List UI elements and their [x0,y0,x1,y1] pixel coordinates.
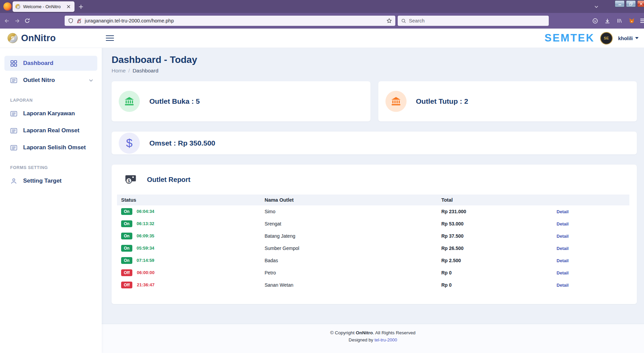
outlet-buka-label: Outlet Buka : 5 [149,97,200,105]
pocket-icon[interactable] [591,17,599,24]
outlet-name: Sumber Gempol [261,242,437,254]
dollar-icon: $ [119,133,140,154]
table-row: On 05:59:34 Sumber Gempol Rp 26.500 Deta… [117,242,629,254]
window-minimize-button[interactable] [615,0,625,7]
column-status: Status [117,195,261,205]
outlet-total: Rp 53.000 [437,218,552,230]
sidebar-item-laporan-selisih-omset[interactable]: Laporan Selisih Omset [0,140,102,155]
column-detail [552,195,629,205]
sidebar-item-label: Laporan Selisih Omset [23,144,86,151]
browser-window: S Welcome - OnNitro [0,0,644,353]
reload-button[interactable] [22,15,33,26]
detail-link[interactable]: Detail [557,283,568,288]
page-footer: © Copyright OnNitro. All Rights Reserved… [102,324,644,353]
semtek-logo: SEMTEK [544,32,594,44]
brand-name: OnNitro [21,33,56,44]
report-list-icon [10,144,17,151]
detail-link[interactable]: Detail [557,258,568,263]
outlet-name: Srengat [261,218,437,230]
outlet-tutup-label: Outlet Tutup : 2 [416,97,468,105]
outlet-name: Simo [261,205,437,218]
outlet-total: Rp 2.500 [437,254,552,267]
shield-icon[interactable] [68,18,73,23]
detail-link[interactable]: Detail [557,270,568,275]
cash-icon: $ [125,174,137,185]
card-omset: $ Omset : Rp 350.500 [112,132,637,154]
card-outlet-tutup: Outlet Tutup : 2 [378,81,637,121]
main-content: Dashboard - Today Home / Dashboard Outle… [102,48,644,353]
user-avatar[interactable]: SE [600,32,613,45]
sidebar-item-dashboard[interactable]: Dashboard [4,56,97,71]
status-time: 06:04:34 [137,209,154,214]
detail-link[interactable]: Detail [557,221,568,226]
status-badge: On [121,257,132,264]
detail-link[interactable]: Detail [557,234,568,239]
username: kholili [618,35,633,41]
browser-menu-icon[interactable] [639,17,644,24]
page-title: Dashboard - Today [112,54,637,65]
address-bar[interactable]: juraganangin.tel-tru-2000.com/home.php [65,16,395,26]
sidebar-section-forms-setting: FORMS SETTING [10,165,102,170]
outlet-total: Rp 26.500 [437,242,552,254]
tab-favicon-icon: S [15,4,20,9]
detail-link[interactable]: Detail [557,209,568,214]
caret-down-icon [635,37,639,39]
downloads-icon[interactable] [604,17,611,24]
user-menu[interactable]: kholili [618,35,639,41]
onnitro-logo-icon: S [7,33,18,43]
outlet-report-table: Status Nama Outlet Total On 06:04:34 Sim… [117,195,629,291]
tab-title: Welcome - OnNitro [23,4,65,9]
status-time: 06:09:35 [137,233,154,238]
card-outlet-report: $ Outlet Report Status Nama Outlet Total [112,165,637,304]
window-restore-button[interactable] [626,0,636,7]
browser-tab[interactable]: S Welcome - OnNitro [13,1,75,12]
outlet-name: Badas [261,254,437,267]
window-close-button[interactable] [637,0,644,7]
url-text[interactable]: juraganangin.tel-tru-2000.com/home.php [85,18,384,23]
search-input[interactable] [409,18,545,23]
table-row: On 07:14:59 Badas Rp 2.500 Detail [117,254,629,267]
new-tab-button[interactable] [77,3,85,11]
sidebar-item-outlet-nitro[interactable]: Outlet Nitro [0,73,102,88]
column-nama-outlet: Nama Outlet [261,195,437,205]
sidebar-item-laporan-real-omset[interactable]: Laporan Real Omset [0,123,102,138]
outlet-total: Rp 0 [437,279,552,291]
table-row: On 06:13:32 Srengat Rp 53.000 Detail [117,218,629,230]
tab-close-icon[interactable] [65,3,72,10]
window-controls [615,0,644,7]
outlet-total: Rp 37.500 [437,230,552,242]
search-bar[interactable] [398,16,549,26]
metamask-icon[interactable] [628,17,635,24]
detail-link[interactable]: Detail [557,246,568,251]
library-icon[interactable] [616,17,623,24]
card-list-icon [10,77,17,84]
sidebar-toggle-icon[interactable] [106,34,114,43]
designed-by-text: Designed by tel-tru-2000 [102,337,644,342]
breadcrumb-home[interactable]: Home [112,68,126,74]
sidebar-item-laporan-karyawan[interactable]: Laporan Karyawan [0,106,102,121]
designer-link[interactable]: tel-tru-2000 [375,337,397,342]
omset-label: Omset : Rp 350.500 [149,139,215,147]
bank-closed-icon [385,91,407,112]
sidebar: Dashboard Outlet Nitro LAPORAN Laporan K… [0,48,102,353]
breadcrumb: Home / Dashboard [112,68,637,74]
bank-open-icon [119,91,140,112]
sidebar-item-setting-target[interactable]: Setting Target [0,173,102,188]
forward-button[interactable] [12,15,22,26]
list-tabs-chevron-icon[interactable] [593,3,600,11]
bookmark-star-icon[interactable] [386,18,392,23]
report-list-icon [10,110,17,117]
table-row: On 06:04:34 Simo Rp 231.000 Detail [117,205,629,218]
table-row: Off 06:00:00 Petro Rp 0 Detail [117,267,629,279]
status-badge: On [121,208,132,215]
report-title: Outlet Report [147,176,191,184]
person-icon [10,178,17,185]
grid-icon [10,60,17,67]
table-row: Off 21:36:47 Sanan Wetan Rp 0 Detail [117,279,629,291]
svg-text:$: $ [128,179,130,183]
outlet-total: Rp 231.000 [437,205,552,218]
brand[interactable]: S OnNitro [0,33,102,44]
back-button[interactable] [1,15,12,26]
status-time: 06:13:32 [137,221,154,226]
insecure-lock-icon[interactable] [76,18,82,24]
